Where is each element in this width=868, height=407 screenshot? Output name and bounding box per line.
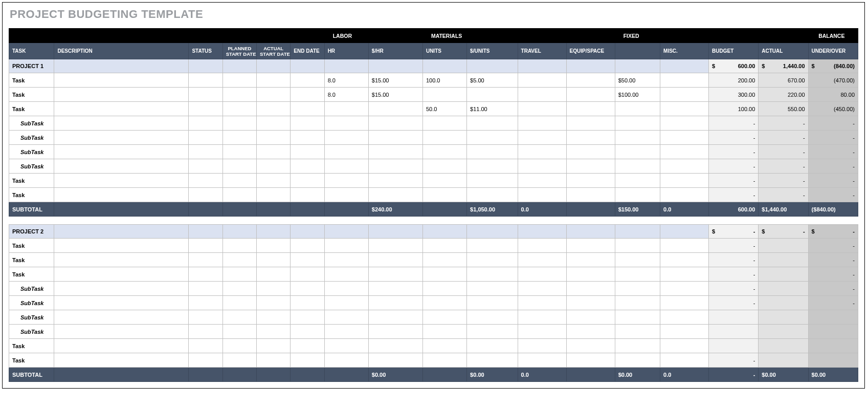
- task-name-cell[interactable]: SubTask: [9, 325, 54, 339]
- travel-cell[interactable]: [518, 310, 566, 325]
- status-cell[interactable]: [189, 73, 222, 88]
- equip-cell[interactable]: [566, 145, 615, 159]
- dollar-units-cell[interactable]: [467, 159, 518, 174]
- description-cell[interactable]: [54, 159, 189, 174]
- equip-cell[interactable]: [566, 296, 615, 310]
- status-cell[interactable]: [189, 131, 222, 145]
- hr-cell[interactable]: [324, 131, 368, 145]
- planned-start-cell[interactable]: [222, 88, 256, 102]
- actual-start-cell[interactable]: [257, 310, 291, 325]
- task-name-cell[interactable]: SubTask: [9, 296, 54, 310]
- planned-start-cell[interactable]: [222, 325, 256, 339]
- status-cell[interactable]: [189, 267, 222, 282]
- dollar-units-cell[interactable]: [467, 145, 518, 159]
- travel-cell[interactable]: [518, 88, 566, 102]
- fixed-cell[interactable]: [615, 339, 660, 353]
- travel-cell[interactable]: [518, 353, 566, 368]
- end-date-cell[interactable]: [291, 116, 324, 131]
- fixed-cell[interactable]: $50.00: [615, 73, 660, 88]
- task-row[interactable]: Task8.0$15.00100.0$5.00$50.00200.00670.0…: [9, 73, 858, 88]
- description-cell[interactable]: [54, 325, 189, 339]
- actual-start-cell[interactable]: [257, 339, 291, 353]
- planned-start-cell[interactable]: [222, 296, 256, 310]
- project-empty-cell[interactable]: [54, 225, 189, 239]
- travel-cell[interactable]: [518, 73, 566, 88]
- equip-cell[interactable]: [566, 88, 615, 102]
- task-row[interactable]: Task-: [9, 353, 858, 368]
- misc-cell[interactable]: [660, 325, 709, 339]
- actual-start-cell[interactable]: [257, 102, 291, 116]
- col-actual-start[interactable]: ACTUALSTART DATE: [257, 43, 291, 59]
- dollar-units-cell[interactable]: [467, 310, 518, 325]
- col-description[interactable]: DESCRIPTION: [54, 43, 189, 59]
- planned-start-cell[interactable]: [222, 102, 256, 116]
- units-cell[interactable]: [422, 239, 466, 253]
- units-cell[interactable]: [422, 188, 466, 202]
- description-cell[interactable]: [54, 145, 189, 159]
- col-dollar-units[interactable]: $/UNITS: [467, 43, 518, 59]
- dollar-units-cell[interactable]: [467, 339, 518, 353]
- dollar-hr-cell[interactable]: [368, 131, 422, 145]
- misc-cell[interactable]: [660, 174, 709, 188]
- status-cell[interactable]: [189, 116, 222, 131]
- task-name-cell[interactable]: SubTask: [9, 131, 54, 145]
- travel-cell[interactable]: [518, 116, 566, 131]
- project-name-cell[interactable]: PROJECT 1: [9, 59, 54, 73]
- project-empty-cell[interactable]: [291, 225, 324, 239]
- subtask-row[interactable]: SubTask: [9, 310, 858, 325]
- task-name-cell[interactable]: SubTask: [9, 310, 54, 325]
- travel-cell[interactable]: [518, 282, 566, 296]
- units-cell[interactable]: [422, 282, 466, 296]
- travel-cell[interactable]: [518, 188, 566, 202]
- project-empty-cell[interactable]: [222, 59, 256, 73]
- dollar-hr-cell[interactable]: [368, 239, 422, 253]
- col-hr[interactable]: HR: [324, 43, 368, 59]
- planned-start-cell[interactable]: [222, 159, 256, 174]
- status-cell[interactable]: [189, 282, 222, 296]
- status-cell[interactable]: [189, 353, 222, 368]
- fixed-cell[interactable]: [615, 296, 660, 310]
- equip-cell[interactable]: [566, 131, 615, 145]
- dollar-units-cell[interactable]: [467, 296, 518, 310]
- hr-cell[interactable]: [324, 353, 368, 368]
- equip-cell[interactable]: [566, 339, 615, 353]
- subtask-row[interactable]: SubTask---: [9, 131, 858, 145]
- misc-cell[interactable]: [660, 310, 709, 325]
- planned-start-cell[interactable]: [222, 353, 256, 368]
- end-date-cell[interactable]: [291, 267, 324, 282]
- description-cell[interactable]: [54, 188, 189, 202]
- travel-cell[interactable]: [518, 131, 566, 145]
- col-units[interactable]: UNITS: [422, 43, 466, 59]
- equip-cell[interactable]: [566, 282, 615, 296]
- actual-start-cell[interactable]: [257, 188, 291, 202]
- dollar-units-cell[interactable]: [467, 174, 518, 188]
- status-cell[interactable]: [189, 188, 222, 202]
- end-date-cell[interactable]: [291, 353, 324, 368]
- misc-cell[interactable]: [660, 131, 709, 145]
- dollar-hr-cell[interactable]: [368, 267, 422, 282]
- subtask-row[interactable]: SubTask---: [9, 116, 858, 131]
- hr-cell[interactable]: [324, 296, 368, 310]
- project-empty-cell[interactable]: [467, 225, 518, 239]
- project-empty-cell[interactable]: [368, 225, 422, 239]
- col-task[interactable]: TASK: [9, 43, 54, 59]
- dollar-hr-cell[interactable]: [368, 339, 422, 353]
- col-dollar-hr[interactable]: $/HR: [368, 43, 422, 59]
- description-cell[interactable]: [54, 174, 189, 188]
- equip-cell[interactable]: [566, 267, 615, 282]
- hr-cell[interactable]: [324, 174, 368, 188]
- fixed-cell[interactable]: [615, 239, 660, 253]
- units-cell[interactable]: [422, 88, 466, 102]
- task-name-cell[interactable]: Task: [9, 267, 54, 282]
- project-empty-cell[interactable]: [518, 59, 566, 73]
- project-empty-cell[interactable]: [566, 225, 615, 239]
- travel-cell[interactable]: [518, 267, 566, 282]
- description-cell[interactable]: [54, 282, 189, 296]
- status-cell[interactable]: [189, 339, 222, 353]
- task-row[interactable]: Task--: [9, 253, 858, 267]
- task-row[interactable]: Task50.0$11.00100.00550.00(450.00): [9, 102, 858, 116]
- travel-cell[interactable]: [518, 339, 566, 353]
- hr-cell[interactable]: [324, 253, 368, 267]
- misc-cell[interactable]: [660, 296, 709, 310]
- dollar-units-cell[interactable]: [467, 267, 518, 282]
